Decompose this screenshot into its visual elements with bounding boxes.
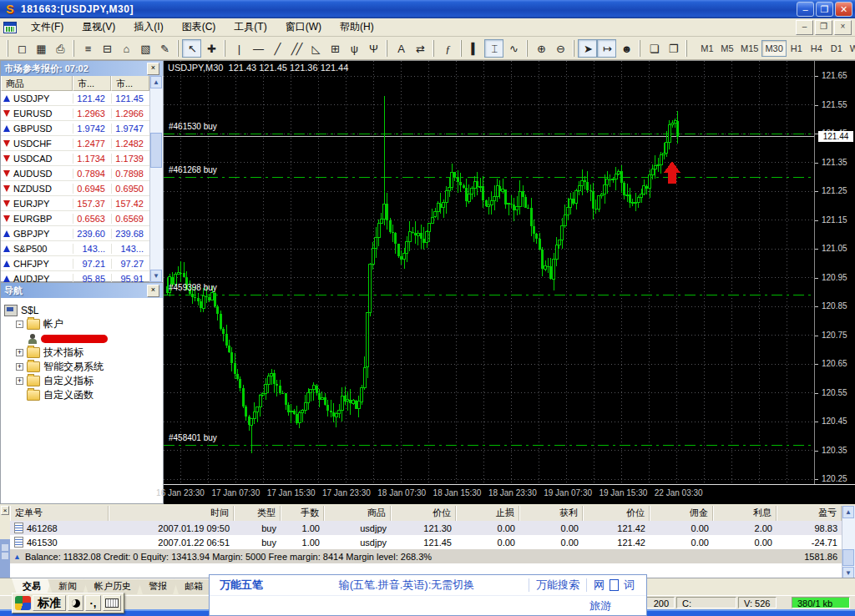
scroll-up-icon[interactable]: ▲ (842, 506, 854, 518)
channel-icon[interactable]: ╱╱ (286, 39, 306, 58)
ime-travel-link[interactable]: 旅游 (589, 598, 611, 613)
order-row[interactable]: 4615302007.01.22 06:51buy1.00usdjpy121.4… (10, 535, 842, 549)
tab-邮箱[interactable]: 邮箱 (174, 578, 214, 594)
scroll-down-icon[interactable]: ▼ (150, 270, 162, 282)
grid-icon[interactable]: ⊞ (325, 39, 344, 58)
fibo-fan-icon[interactable]: ◺ (306, 39, 325, 58)
market-watch-col-header[interactable]: 市... (73, 76, 111, 91)
child-restore-button[interactable]: ❐ (815, 20, 832, 35)
market-watch-row[interactable]: EURJPY157.37157.42 (1, 196, 163, 211)
menu-item-3[interactable]: 插入(I) (124, 18, 172, 36)
print-icon[interactable]: ⎙ (50, 39, 69, 58)
ime-net-button[interactable]: 网 (594, 578, 605, 593)
crosshair-icon[interactable]: ✚ (201, 39, 220, 58)
close-icon[interactable]: × (147, 285, 159, 297)
market-watch-row[interactable]: EURUSD1.29631.2966 (1, 106, 163, 121)
navigator-item[interactable]: +自定义指标 (4, 374, 163, 388)
menu-item-5[interactable]: 工具(T) (225, 18, 276, 36)
restore-button[interactable]: ❐ (816, 2, 833, 17)
zoom-in-icon[interactable]: ⊕ (531, 39, 550, 58)
bar-chart-icon[interactable]: ▍ (465, 39, 484, 58)
data-window-icon[interactable]: ⊟ (97, 39, 116, 58)
market-watch-scrollbar[interactable]: ▲ ▼ (149, 76, 163, 282)
child-minimize-button[interactable]: – (796, 20, 813, 35)
close-button[interactable]: ✕ (835, 2, 852, 17)
trendline-icon[interactable]: ╱ (267, 39, 286, 58)
chart-area[interactable]: USDJPY,M30 121.43 121.45 121.36 121.44 #… (164, 60, 855, 504)
ime-word-button[interactable]: 词 (624, 578, 635, 593)
market-watch-row[interactable]: GBPUSD1.97421.9747 (1, 121, 163, 136)
timeframe-w1[interactable]: W1 (847, 40, 855, 57)
market-watch-header[interactable]: 市场参考报价: 07:02 × (1, 61, 163, 76)
navigator-item[interactable]: 自定义函数 (4, 388, 163, 402)
time-axis[interactable]: 16 Jan 23:3017 Jan 07:3017 Jan 15:3017 J… (164, 484, 855, 505)
ime-engine-label[interactable]: 万能五笔 (220, 578, 263, 593)
vertical-line-icon[interactable]: | (229, 39, 248, 58)
market-watch-row[interactable]: S&P500143...143... (1, 241, 163, 256)
tab-警报[interactable]: 警报 (138, 578, 178, 594)
scroll-thumb[interactable] (150, 133, 162, 168)
cascade-windows-icon[interactable]: ❐ (663, 39, 682, 58)
menu-item-6[interactable]: 窗口(W) (276, 18, 331, 36)
soft-keyboard-icon[interactable] (103, 595, 121, 611)
indicators-icon[interactable]: ƒ (438, 39, 457, 58)
halfwidth-moon-icon[interactable] (68, 595, 83, 611)
market-watch-row[interactable]: GBPJPY239.60239.68 (1, 226, 163, 241)
scroll-thumb[interactable] (842, 549, 854, 566)
new-chart-icon[interactable]: ◻ (12, 39, 31, 58)
expand-icon[interactable]: + (16, 377, 23, 385)
market-watch-row[interactable]: EURGBP0.65630.6569 (1, 211, 163, 226)
navigator-root[interactable]: S$L (4, 303, 163, 317)
expand-icon[interactable]: + (16, 363, 23, 371)
edit-icon[interactable]: ✎ (154, 39, 174, 58)
chart-properties-icon[interactable]: ▧ (135, 39, 154, 58)
chart-shift-icon[interactable]: ↦ (597, 39, 616, 58)
timeframe-h4[interactable]: H4 (807, 40, 827, 57)
new-window-icon[interactable]: ❏ (644, 39, 663, 58)
navigator-icon[interactable]: ⌂ (116, 39, 135, 58)
price-axis[interactable]: 121.65121.55121.45121.35121.25121.15121.… (814, 61, 855, 484)
terminal-col-header[interactable]: 手数 (281, 506, 324, 521)
terminal-col-header[interactable]: 盈亏 (777, 506, 842, 521)
minimize-button[interactable]: – (797, 2, 814, 17)
terminal-col-header[interactable]: 获利 (519, 506, 583, 521)
zoom-out-icon[interactable]: ⊖ (550, 39, 569, 58)
ime-mode-button[interactable]: 标准 (33, 595, 66, 611)
timeframe-h1[interactable]: H1 (787, 40, 807, 57)
navigator-item[interactable]: -帐户 (4, 317, 163, 331)
save-icon[interactable]: ▦ (31, 39, 50, 58)
timeframe-m1[interactable]: M1 (697, 40, 717, 57)
child-close-button[interactable]: × (834, 20, 852, 35)
page-icon[interactable] (610, 579, 619, 591)
punctuation-icon[interactable]: ·, (85, 595, 101, 611)
candlestick-icon[interactable]: ⌶ (484, 39, 503, 58)
market-watch-row[interactable]: CHFJPY97.2197.27 (1, 256, 163, 271)
line-chart-icon[interactable]: ∿ (503, 39, 523, 58)
auto-scroll-icon[interactable]: ➤ (578, 39, 597, 58)
terminal-col-header[interactable]: 时间 (109, 506, 234, 521)
menu-item-1[interactable]: 文件(F) (22, 18, 73, 36)
navigator-item[interactable] (4, 331, 163, 346)
timeframe-m15[interactable]: M15 (737, 40, 761, 57)
ime-search-button[interactable]: 万能搜索 (536, 578, 579, 593)
horizontal-line-icon[interactable]: ― (248, 39, 267, 58)
market-watch-col-header[interactable]: 商品 (1, 76, 73, 91)
pitchfork-icon[interactable]: ψ (344, 39, 363, 58)
navigator-item[interactable]: +技术指标 (4, 346, 163, 360)
navigator-item[interactable]: +智能交易系统 (4, 360, 163, 374)
expert-advisor-icon[interactable]: ☻ (616, 39, 635, 58)
terminal-col-header[interactable]: 价位 (391, 506, 456, 521)
close-icon[interactable]: × (147, 63, 159, 75)
terminal-col-header[interactable]: 定单号 (10, 506, 109, 521)
scroll-up-icon[interactable]: ▲ (150, 76, 162, 88)
order-row[interactable]: 4612682007.01.19 09:50buy1.00usdjpy121.3… (10, 521, 842, 535)
arrow-styles-icon[interactable]: ⇄ (410, 39, 429, 58)
terminal-col-header[interactable]: 类型 (234, 506, 281, 521)
terminal-col-header[interactable]: 止损 (456, 506, 519, 521)
cursor-icon[interactable]: ↖ (182, 39, 201, 58)
menu-item-7[interactable]: 帮助(H) (331, 18, 383, 36)
timeframe-d1[interactable]: D1 (827, 40, 847, 57)
collapse-icon[interactable]: - (16, 321, 23, 328)
market-watch-row[interactable]: USDCHF1.24771.2482 (1, 136, 163, 151)
timeframe-m5[interactable]: M5 (717, 40, 737, 57)
